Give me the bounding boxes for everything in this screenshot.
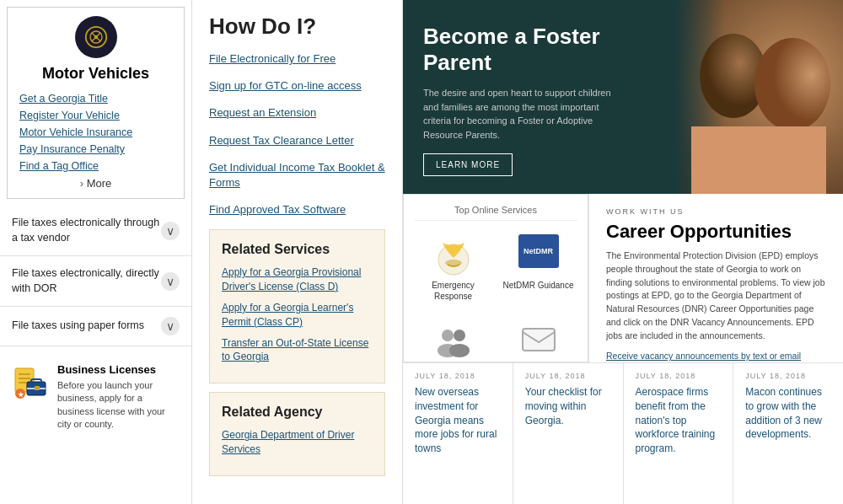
right-panel: Become a Foster Parent The desire and op…	[403, 0, 843, 504]
news-item-3: JULY 18, 2018 Macon continues to grow wi…	[733, 363, 843, 504]
netdmr-label: NetDMR Guidance	[502, 280, 574, 291]
related-services-box: Related Services Apply for a Georgia Pro…	[209, 229, 385, 383]
related-agency-title: Related Agency	[222, 405, 373, 420]
accordion-item-2[interactable]: File taxes using paper forms ∨	[0, 307, 191, 346]
foster-card: Become a Foster Parent The desire and op…	[403, 0, 843, 194]
foster-content: Become a Foster Parent The desire and op…	[423, 24, 626, 176]
career-box: WORK WITH US Career Opportunities The En…	[588, 194, 843, 362]
request-clearance-link[interactable]: Request Tax Clearance Letter	[209, 133, 385, 148]
svg-rect-4	[19, 373, 30, 375]
news-date-1: JULY 18, 2018	[525, 372, 611, 380]
news-title-2[interactable]: Aerospace firms benefit from the nation'…	[636, 385, 722, 456]
learners-permit-link[interactable]: Apply for a Georgia Learner's Permit (Cl…	[222, 301, 373, 330]
transfer-license-link[interactable]: Transfer an Out-of-State License to Geor…	[222, 336, 373, 365]
left-panel: Motor Vehicles Get a Georgia Title Regis…	[0, 0, 192, 504]
accordion-label-1: File taxes electronically, directly with…	[12, 266, 161, 296]
svg-text:★: ★	[18, 391, 24, 399]
motor-vehicle-insurance-link[interactable]: Motor Vehicle Insurance	[19, 126, 172, 138]
how-do-i-heading: How Do I?	[209, 13, 385, 40]
driver-services-link[interactable]: Georgia Department of Driver Services	[222, 428, 373, 457]
news-date-2: JULY 18, 2018	[636, 372, 722, 380]
sign-up-gtc-link[interactable]: Sign up for GTC on-line access	[209, 78, 385, 94]
request-extension-link[interactable]: Request an Extension	[209, 105, 385, 121]
accordion-label-2: File taxes using paper forms	[12, 319, 144, 334]
career-description: The Environmental Protection Division (E…	[606, 249, 826, 342]
foster-title: Become a Foster Parent	[423, 24, 626, 76]
news-item-1: JULY 18, 2018 Your checklist for moving …	[513, 363, 624, 504]
svg-rect-22	[523, 329, 555, 351]
how-do-i-links: File Electronically for Free Sign up for…	[209, 51, 385, 217]
provisional-license-link[interactable]: Apply for a Georgia Provisional Driver's…	[222, 265, 373, 294]
svg-point-14	[754, 38, 830, 131]
svg-point-19	[454, 330, 465, 341]
file-electronically-link[interactable]: File Electronically for Free	[209, 51, 385, 67]
accordion-label-0: File taxes electronically through a tax …	[12, 216, 161, 245]
business-licenses-text: Business Licenses Before you launch your…	[57, 363, 180, 432]
news-item-2: JULY 18, 2018 Aerospace firms benefit fr…	[624, 363, 734, 504]
svg-point-18	[442, 330, 454, 341]
svg-rect-10	[35, 386, 40, 390]
accordion-section: File taxes electronically through a tax …	[0, 206, 191, 346]
motor-vehicles-title: Motor Vehicles	[16, 65, 175, 83]
svg-rect-15	[691, 126, 826, 194]
accordion-item-0[interactable]: File taxes electronically through a tax …	[0, 206, 191, 256]
find-tax-software-link[interactable]: Find Approved Tax Software	[209, 202, 385, 217]
chevron-down-icon-2: ∨	[166, 319, 175, 333]
register-vehicle-link[interactable]: Register Your Vehicle	[19, 110, 172, 121]
top-online-services: Top Online Services Emergency Response	[403, 194, 588, 362]
svg-point-21	[449, 344, 470, 357]
news-item-0: JULY 18, 2018 New overseas investment fo…	[403, 363, 513, 504]
ask-epd-icon	[518, 319, 560, 361]
foster-description: The desire and open heart to support chi…	[423, 86, 626, 142]
outreach-icon	[432, 319, 475, 361]
news-title-1[interactable]: Your checklist for moving within Georgia…	[525, 385, 611, 427]
netdmr-icon: NetDMR	[518, 234, 560, 276]
online-item-emergency[interactable]: Emergency Response	[414, 229, 492, 307]
career-title: Career Opportunities	[606, 221, 826, 243]
news-title-0[interactable]: New overseas investment for Georgia mean…	[415, 385, 501, 456]
accordion-arrow-0: ∨	[161, 222, 180, 240]
chevron-down-icon-1: ∨	[166, 275, 175, 288]
middle-panel: How Do I? File Electronically for Free S…	[192, 0, 403, 504]
svg-point-2	[94, 35, 97, 39]
online-services-grid: Emergency Response NetDMR NetDMR Guidanc…	[414, 229, 577, 380]
georgia-title-link[interactable]: Get a Georgia Title	[19, 93, 172, 105]
pay-insurance-penalty-link[interactable]: Pay Insurance Penalty	[19, 143, 172, 155]
work-with-us-label: WORK WITH US	[606, 207, 826, 216]
find-tag-office-link[interactable]: Find a Tag Office	[19, 160, 172, 172]
more-link[interactable]: › More	[16, 177, 175, 190]
related-services-title: Related Services	[222, 242, 373, 257]
accordion-item-1[interactable]: File taxes electronically, directly with…	[0, 256, 191, 307]
emergency-response-label: Emergency Response	[417, 280, 489, 302]
career-vacancy-link[interactable]: Receive vacancy announcements by text or…	[606, 351, 801, 361]
svg-rect-6	[19, 382, 27, 383]
news-date-3: JULY 18, 2018	[745, 372, 831, 380]
emergency-response-icon	[432, 234, 475, 276]
business-licenses-icon: ★	[12, 363, 49, 400]
news-title-3[interactable]: Macon continues to grow with the additio…	[745, 385, 831, 442]
foster-photo	[674, 0, 843, 194]
top-row: Become a Foster Parent The desire and op…	[403, 0, 843, 194]
top-online-title: Top Online Services	[414, 205, 577, 221]
get-income-tax-booklet-link[interactable]: Get Individual Income Tax Booklet & Form…	[209, 160, 385, 190]
news-section: JULY 18, 2018 New overseas investment fo…	[403, 362, 843, 504]
foster-learn-more-button[interactable]: LEARN MORE	[423, 153, 513, 176]
business-licenses-section: ★ Business Licenses Before you launch yo…	[0, 353, 191, 442]
business-licenses-description: Before you launch your business, apply f…	[57, 379, 180, 432]
middle-row: Top Online Services Emergency Response	[403, 194, 843, 362]
business-licenses-title: Business Licenses	[57, 363, 180, 376]
motor-vehicles-icon	[75, 16, 117, 58]
svg-rect-5	[19, 378, 30, 379]
motor-vehicles-links: Get a Georgia Title Register Your Vehicl…	[16, 93, 175, 172]
chevron-down-icon-0: ∨	[166, 224, 175, 238]
related-agency-box: Related Agency Georgia Department of Dri…	[209, 392, 385, 476]
accordion-arrow-1: ∨	[161, 272, 180, 291]
more-chevron-icon: ›	[80, 177, 83, 190]
motor-vehicles-card: Motor Vehicles Get a Georgia Title Regis…	[7, 7, 185, 199]
accordion-arrow-2: ∨	[161, 317, 180, 335]
news-date-0: JULY 18, 2018	[415, 372, 501, 380]
online-item-netdmr[interactable]: NetDMR NetDMR Guidance	[499, 229, 577, 307]
